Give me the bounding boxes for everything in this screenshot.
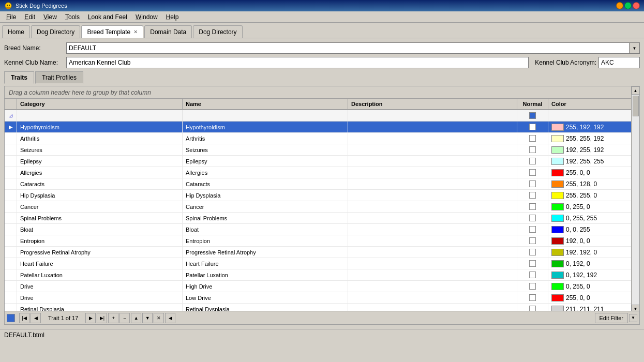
sub-tab-traits[interactable]: Traits xyxy=(4,71,34,84)
normal-checkbox-3[interactable] xyxy=(529,158,536,164)
cell-normal-3[interactable] xyxy=(517,156,548,167)
header-color[interactable]: Color xyxy=(548,99,631,109)
table-row[interactable]: Hip Dysplasia Hip Dysplasia 255, 255, 0 xyxy=(5,190,639,201)
normal-checkbox-4[interactable] xyxy=(529,169,536,176)
normal-checkbox-6[interactable] xyxy=(529,192,536,199)
tab-dog-directory-2[interactable]: Dog Directory xyxy=(193,25,242,38)
grid-scrollbar[interactable]: ▲ ▼ xyxy=(631,86,639,313)
maximize-button[interactable] xyxy=(624,2,632,9)
table-row[interactable]: Epilepsy Epilepsy 192, 255, 255 xyxy=(5,156,639,167)
cell-normal-10[interactable] xyxy=(517,235,548,246)
filter-normal[interactable] xyxy=(517,110,548,121)
cell-normal-12[interactable] xyxy=(517,258,548,269)
menu-window[interactable]: Window xyxy=(131,12,162,22)
nav-up-btn[interactable]: ▲ xyxy=(131,313,141,323)
header-name[interactable]: Name xyxy=(183,99,348,109)
table-row[interactable]: Spinal Problems Spinal Problems 0, 255, … xyxy=(5,213,639,224)
scrollbar-track[interactable] xyxy=(632,95,639,305)
nav-prev-btn[interactable]: ◀ xyxy=(31,313,41,323)
header-normal[interactable]: Normal xyxy=(517,99,548,109)
menu-view[interactable]: View xyxy=(39,12,61,22)
cell-normal-2[interactable] xyxy=(517,144,548,155)
cell-normal-4[interactable] xyxy=(517,167,548,178)
normal-checkbox-9[interactable] xyxy=(529,226,536,233)
table-row[interactable]: Seizures Seizures 192, 255, 192 xyxy=(5,144,639,156)
cell-color-5: 255, 128, 0 xyxy=(548,178,631,189)
scrollbar-thumb[interactable] xyxy=(633,96,639,116)
table-row[interactable]: Drive Low Drive 255, 0, 0 xyxy=(5,292,639,304)
cell-normal-6[interactable] xyxy=(517,190,548,201)
color-value-13: 0, 192, 192 xyxy=(566,272,597,279)
table-row[interactable]: Allergies Allergies 255, 0, 0 xyxy=(5,167,639,178)
table-row[interactable]: Entropion Entropion 192, 0, 0 xyxy=(5,235,639,247)
table-row[interactable]: Cancer Cancer 0, 255, 0 xyxy=(5,201,639,213)
minimize-button[interactable] xyxy=(616,2,623,9)
tab-home[interactable]: Home xyxy=(2,25,30,38)
cell-normal-13[interactable] xyxy=(517,269,548,280)
nav-next-btn[interactable]: ▶ xyxy=(85,313,96,323)
kennel-club-name-input[interactable] xyxy=(66,57,529,68)
cell-normal-11[interactable] xyxy=(517,247,548,258)
table-row[interactable]: Progressive Retinal Atrophy Progressive … xyxy=(5,247,639,258)
sub-tab-trait-profiles[interactable]: Trait Profiles xyxy=(35,71,83,84)
nav-scroll-left-btn[interactable]: ◀ xyxy=(165,313,175,323)
normal-checkbox-12[interactable] xyxy=(529,260,536,267)
normal-checkbox-13[interactable] xyxy=(529,272,536,278)
cell-normal-0[interactable] xyxy=(517,122,548,132)
cell-normal-15[interactable] xyxy=(517,292,548,303)
nav-add-btn[interactable]: + xyxy=(108,313,118,323)
trait-nav-info: Trait 1 of 17 xyxy=(48,315,78,321)
table-row[interactable]: Cataracts Cataracts 255, 128, 0 xyxy=(5,178,639,190)
nav-down-btn[interactable]: ▼ xyxy=(142,313,153,323)
table-row[interactable]: Bloat Bloat 0, 0, 255 xyxy=(5,224,639,235)
edit-filter-button[interactable]: Edit Filter xyxy=(595,313,628,323)
tab-breed-template[interactable]: Breed Template ✕ xyxy=(81,25,143,38)
normal-checkbox-11[interactable] xyxy=(529,249,536,255)
nav-clear-btn[interactable]: ✕ xyxy=(154,313,164,323)
header-category[interactable]: Category xyxy=(17,99,183,109)
tab-dog-directory-1[interactable]: Dog Directory xyxy=(31,25,80,38)
table-row[interactable]: Heart Failure Heart Failure 0, 192, 0 xyxy=(5,258,639,269)
nav-last-btn[interactable]: ▶| xyxy=(97,313,107,323)
normal-checkbox-5[interactable] xyxy=(529,180,536,187)
breed-name-input[interactable] xyxy=(66,42,630,54)
normal-checkbox-14[interactable] xyxy=(529,283,536,290)
scroll-up-btn[interactable]: ▲ xyxy=(632,86,640,95)
nav-first-btn[interactable]: |◀ xyxy=(19,313,29,323)
normal-checkbox-1[interactable] xyxy=(529,135,536,142)
cell-normal-9[interactable] xyxy=(517,224,548,235)
normal-checkbox-8[interactable] xyxy=(529,215,536,221)
cell-normal-14[interactable] xyxy=(517,281,548,292)
normal-checkbox-7[interactable] xyxy=(529,203,536,210)
cell-expand-5 xyxy=(5,178,17,189)
cell-category-4: Allergies xyxy=(17,167,183,178)
table-row[interactable]: ▶ Hypothyroidism Hypothyroidism 255, 192… xyxy=(5,122,639,133)
menu-help[interactable]: Help xyxy=(162,12,183,22)
breed-name-dropdown-btn[interactable]: ▼ xyxy=(630,42,640,54)
menu-look-and-feel[interactable]: Look and Feel xyxy=(84,12,131,22)
cell-name-8: Spinal Problems xyxy=(183,213,348,223)
bottom-check[interactable] xyxy=(7,314,15,322)
tab-close-breed-template[interactable]: ✕ xyxy=(133,29,138,35)
cell-normal-8[interactable] xyxy=(517,213,548,223)
table-row[interactable]: Patellar Luxation Patellar Luxation 0, 1… xyxy=(5,269,639,281)
filter-normal-checkbox[interactable] xyxy=(529,112,536,119)
close-button[interactable] xyxy=(633,2,640,9)
table-row[interactable]: Arthritis Arthritis 255, 255, 192 xyxy=(5,133,639,144)
menu-edit[interactable]: Edit xyxy=(20,12,39,22)
table-row[interactable]: Drive High Drive 0, 255, 0 xyxy=(5,281,639,292)
normal-checkbox-2[interactable] xyxy=(529,146,536,153)
menu-file[interactable]: File xyxy=(2,12,20,22)
cell-normal-1[interactable] xyxy=(517,133,548,144)
kennel-acronym-input[interactable] xyxy=(598,57,640,68)
header-description[interactable]: Description xyxy=(348,99,517,109)
bottom-right-btn[interactable]: ▼ xyxy=(629,314,637,322)
cell-normal-7[interactable] xyxy=(517,201,548,212)
tab-domain-data[interactable]: Domain Data xyxy=(144,25,192,38)
menu-tools[interactable]: Tools xyxy=(61,12,84,22)
nav-delete-btn[interactable]: – xyxy=(119,313,130,323)
normal-checkbox-15[interactable] xyxy=(529,294,536,301)
cell-normal-5[interactable] xyxy=(517,178,548,189)
normal-checkbox-10[interactable] xyxy=(529,237,536,244)
normal-checkbox-0[interactable] xyxy=(529,124,536,130)
